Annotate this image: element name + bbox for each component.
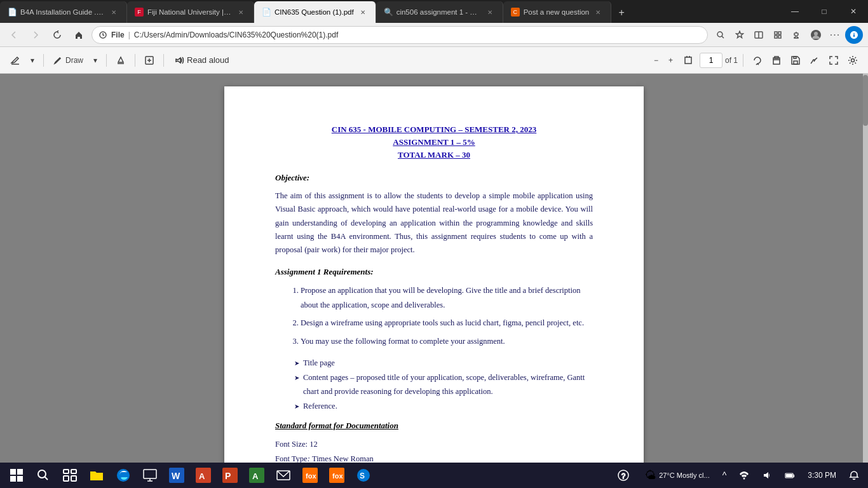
tab-close-cin635[interactable]: ✕ <box>358 7 368 17</box>
taskbar: W A P A fox fox S ? 🌤 27°C Mostly cl... … <box>0 463 868 488</box>
volume-icon[interactable] <box>757 464 777 487</box>
svg-point-21 <box>851 58 855 62</box>
pdf-requirements-list: Propose an application that you will be … <box>301 283 593 348</box>
tab-search[interactable]: 🔍 cin506 assignment 1 - Search ✕ <box>376 1 503 23</box>
refresh-button[interactable] <box>48 26 66 44</box>
minimize-button[interactable]: — <box>780 0 810 23</box>
tab-fnu[interactable]: F Fiji National University | Moo... ✕ <box>127 1 254 23</box>
scrollbar-thumb[interactable] <box>863 75 868 126</box>
save-button[interactable] <box>787 51 804 70</box>
pdf-main-title: CIN 635 - MOBILE COMPUTING – SEMESTER 2,… <box>275 125 593 135</box>
monitor-button[interactable] <box>137 464 163 487</box>
mail-button[interactable] <box>271 464 296 487</box>
fullscreen-button[interactable] <box>825 51 843 70</box>
start-button[interactable] <box>4 464 29 487</box>
pdf-font-type-label: Font Type <box>275 454 308 463</box>
pdf-scrollbar[interactable] <box>863 74 868 463</box>
tab-post[interactable]: C Post a new question ✕ <box>503 1 612 23</box>
back-button[interactable] <box>5 26 23 44</box>
draw-button[interactable]: Draw <box>49 51 87 70</box>
split-screen-button[interactable] <box>750 26 768 44</box>
tab-b4a[interactable]: 📄 B4A Installation Guide .pdf ✕ <box>0 1 127 23</box>
skype-button[interactable]: S <box>351 464 376 487</box>
svg-point-9 <box>814 32 818 36</box>
tab-close-search[interactable]: ✕ <box>485 7 495 17</box>
close-button[interactable]: ✕ <box>839 0 868 23</box>
taskbar-app-c[interactable]: fox <box>297 464 323 487</box>
tab-favicon-search: 🔍 <box>384 8 393 17</box>
pdf-req-item-3: You may use the following format to comp… <box>301 334 593 349</box>
word-button[interactable]: W <box>164 464 189 487</box>
url-bar[interactable]: File | C:/Users/Admin/Downloads/CIN635%2… <box>92 26 708 44</box>
powerpoint-button[interactable]: P <box>217 464 243 487</box>
print-button[interactable] <box>768 51 785 70</box>
tab-close-b4a[interactable]: ✕ <box>109 7 119 17</box>
favorites-star-button[interactable] <box>731 26 749 44</box>
battery-icon[interactable] <box>780 464 800 487</box>
forward-button[interactable] <box>27 26 44 44</box>
zoom-controls: − + of 1 <box>650 51 738 70</box>
taskbar-app-d[interactable]: fox <box>324 464 349 487</box>
taskbar-app-a[interactable]: A <box>191 464 216 487</box>
maximize-button[interactable]: □ <box>810 0 839 23</box>
add-note-button[interactable] <box>140 51 158 70</box>
fit-page-button[interactable] <box>679 51 697 70</box>
taskbar-app-b[interactable]: A <box>244 464 269 487</box>
more-options-button[interactable]: ··· <box>826 26 844 44</box>
page-total: of 1 <box>725 56 738 65</box>
svg-text:P: P <box>225 471 231 481</box>
systray: 🌤 27°C Mostly cl... ^ 3:30 PM <box>640 464 864 487</box>
address-tools: ··· <box>712 26 863 44</box>
tab-close-post[interactable]: ✕ <box>593 7 603 17</box>
svg-rect-5 <box>778 32 781 34</box>
tab-label-post: Post a new question <box>524 8 590 16</box>
rotate-button[interactable] <box>749 51 766 70</box>
file-explorer-button[interactable] <box>84 464 109 487</box>
new-tab-button[interactable]: + <box>611 3 632 23</box>
read-aloud-button[interactable]: Read aloud <box>169 51 234 70</box>
edge-browser-button[interactable] <box>111 464 136 487</box>
tab-close-fnu[interactable]: ✕ <box>236 7 246 17</box>
tab-strip: 📄 B4A Installation Guide .pdf ✕ F Fiji N… <box>0 0 780 23</box>
weather-widget[interactable]: 🌤 27°C Mostly cl... <box>640 464 715 487</box>
tab-label-search: cin506 assignment 1 - Search <box>397 8 481 16</box>
pdf-req-item-1: Propose an application that you will be … <box>301 283 593 312</box>
bing-copilot-button[interactable] <box>845 26 863 44</box>
tab-cin635[interactable]: 📄 CIN635 Question (1).pdf ✕ <box>254 1 376 23</box>
settings-gear-button[interactable] <box>844 51 862 70</box>
extensions-button[interactable] <box>788 26 806 44</box>
clock[interactable]: 3:30 PM <box>803 464 841 487</box>
network-icon[interactable] <box>734 464 754 487</box>
pdf-bullet-3: Reference. <box>294 399 593 414</box>
task-view-button[interactable] <box>57 464 83 487</box>
search-icon-btn[interactable] <box>712 26 729 44</box>
pdf-bullet-1-text: Title page <box>303 356 335 370</box>
collections-button[interactable] <box>769 26 787 44</box>
highlight-dropdown[interactable]: ▾ <box>27 51 38 70</box>
erase-button[interactable] <box>112 51 130 70</box>
pdf-req-item-2-text: Design a wireframe using appropriate too… <box>301 318 584 327</box>
show-hidden-icons[interactable]: ^ <box>717 464 732 487</box>
tab-label-cin635: CIN635 Question (1).pdf <box>275 8 354 16</box>
svg-rect-6 <box>775 36 777 38</box>
pdf-req-item-3-text: You may use the following format to comp… <box>301 337 505 346</box>
weather-text: 27°C Mostly cl... <box>659 471 710 479</box>
svg-rect-22 <box>10 469 16 475</box>
edge-profile-button[interactable] <box>807 26 825 44</box>
pdf-req-item-2: Design a wireframe using appropriate too… <box>301 316 593 330</box>
svg-point-31 <box>117 469 130 482</box>
zoom-in-button[interactable]: + <box>665 51 677 70</box>
title-bar: 📄 B4A Installation Guide .pdf ✕ F Fiji N… <box>0 0 868 23</box>
highlights-button[interactable] <box>6 51 24 70</box>
draw-dropdown[interactable]: ▾ <box>90 51 101 70</box>
home-button[interactable] <box>70 26 88 44</box>
search-button[interactable] <box>31 464 56 487</box>
zoom-out-button[interactable]: − <box>650 51 662 70</box>
svg-rect-30 <box>71 476 76 481</box>
page-number-input[interactable] <box>700 53 722 68</box>
pdf-total-mark: TOTAL MARK – 30 <box>275 150 593 160</box>
help-button[interactable]: ? <box>612 464 635 487</box>
sign-button[interactable] <box>806 51 824 70</box>
notification-center[interactable] <box>844 464 864 487</box>
pdf-font-size-line: Font Size: 12 <box>275 437 593 452</box>
